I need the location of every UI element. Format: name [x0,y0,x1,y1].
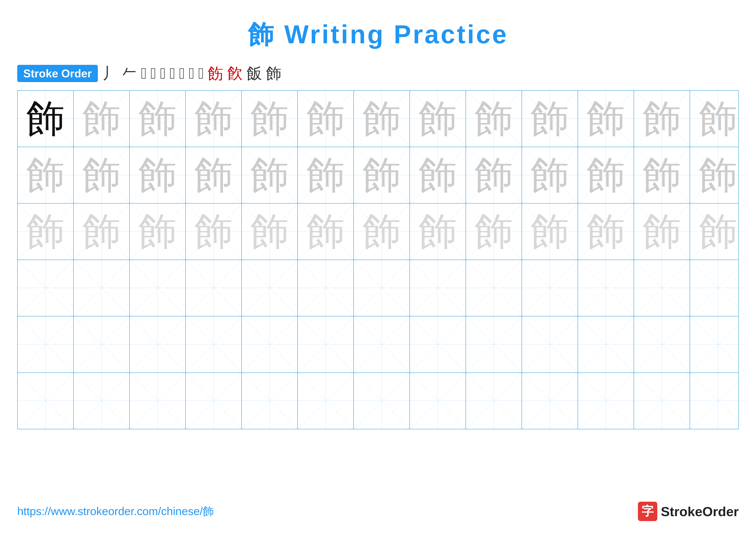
grid-cell-r5c13[interactable] [690,317,746,372]
grid-cell-r5c2[interactable] [74,317,130,372]
grid-cell-r4c9[interactable] [466,260,522,316]
grid-cell-r3c2[interactable]: 飾 [74,204,130,260]
grid-cell-r4c2[interactable] [74,260,130,316]
grid-cell-r3c3[interactable]: 飾 [130,204,186,260]
grid-cell-r2c1[interactable]: 飾 [18,147,74,203]
grid-cell-r6c1[interactable] [18,373,74,429]
grid-cell-r4c5[interactable] [242,260,298,316]
grid-cell-r5c4[interactable] [186,317,242,372]
grid-cell-r2c7[interactable]: 飾 [354,147,410,203]
grid-cell-r3c6[interactable]: 飾 [298,204,354,260]
grid-cell-r1c8[interactable]: 飾 [410,91,466,147]
grid-cell-r3c9[interactable]: 飾 [466,204,522,260]
grid-cell-r2c4[interactable]: 飾 [186,147,242,203]
grid-cell-r5c1[interactable] [18,317,74,372]
grid-cell-r6c12[interactable] [634,373,690,429]
svg-line-154 [690,373,746,429]
grid-cell-r3c10[interactable]: 飾 [522,204,578,260]
grid-cell-r4c11[interactable] [578,260,634,316]
grid-cell-r4c10[interactable] [522,260,578,316]
grid-cell-r1c3[interactable]: 飾 [130,91,186,147]
grid-cell-r1c9[interactable]: 飾 [466,91,522,147]
grid-cell-r3c5[interactable]: 飾 [242,204,298,260]
footer-url[interactable]: https://www.strokeorder.com/chinese/飾 [17,504,214,519]
grid-cell-r5c6[interactable] [298,317,354,372]
grid-cell-r4c6[interactable] [298,260,354,316]
grid-cell-r1c12[interactable]: 飾 [634,91,690,147]
grid-cell-r5c3[interactable] [130,317,186,372]
svg-line-137 [186,373,241,429]
svg-line-131 [18,373,73,429]
grid-cell-r2c12[interactable]: 飾 [634,147,690,203]
svg-line-104 [18,317,73,372]
grid-cell-r1c6[interactable]: 飾 [298,91,354,147]
grid-cell-r6c11[interactable] [578,373,634,429]
grid-cell-r4c7[interactable] [354,260,410,316]
svg-line-152 [634,373,689,429]
grid-cell-r6c6[interactable] [298,373,354,429]
stroke-13: 飾 [266,63,282,84]
grid-cell-r2c10[interactable]: 飾 [522,147,578,203]
svg-line-116 [354,317,410,372]
grid-cell-r6c9[interactable] [466,373,522,429]
grid-cell-r6c3[interactable] [130,373,186,429]
footer-logo: 字 StrokeOrder [638,502,739,521]
grid-cell-r2c8[interactable]: 飾 [410,147,466,203]
char-display-r1c8: 飾 [418,99,457,138]
grid-cell-r6c4[interactable] [186,373,242,429]
char-display: 飾 [362,212,401,251]
grid-cell-r5c8[interactable] [410,317,466,372]
grid-cell-r5c12[interactable] [634,317,690,372]
grid-cell-r6c13[interactable] [690,373,746,429]
grid-cell-r1c7[interactable]: 飾 [354,91,410,147]
char-display-r1c1: 飾 [26,99,65,138]
grid-cell-r3c4[interactable]: 飾 [186,204,242,260]
grid-cell-r2c6[interactable]: 飾 [298,147,354,203]
grid-cell-r4c3[interactable] [130,260,186,316]
stroke-10: 飭 [208,63,223,84]
char-display: 飾 [138,156,177,194]
grid-cell-r3c11[interactable]: 飾 [578,204,634,260]
grid-cell-r4c12[interactable] [634,260,690,316]
grid-cell-r5c9[interactable] [466,317,522,372]
char-display: 飾 [82,212,121,251]
grid-cell-r6c2[interactable] [74,373,130,429]
grid-cell-r6c8[interactable] [410,373,466,429]
grid-cell-r6c10[interactable] [522,373,578,429]
grid-cell-r2c9[interactable]: 飾 [466,147,522,203]
practice-grid[interactable]: 飾 飾 飾 飾 飾 飾 飾 飾 [17,90,739,429]
grid-cell-r3c7[interactable]: 飾 [354,204,410,260]
grid-cell-r4c8[interactable] [410,260,466,316]
grid-cell-r2c5[interactable]: 飾 [242,147,298,203]
grid-cell-r3c1[interactable]: 飾 [18,204,74,260]
svg-line-103 [690,260,746,316]
svg-line-87 [242,260,297,316]
grid-cell-r6c5[interactable] [242,373,298,429]
grid-cell-r1c4[interactable]: 飾 [186,91,242,147]
grid-cell-r3c13[interactable]: 飾 [690,204,746,260]
grid-cell-r5c7[interactable] [354,317,410,372]
grid-cell-r2c3[interactable]: 飾 [130,147,186,203]
grid-cell-r1c2[interactable]: 飾 [74,91,130,147]
grid-cell-r6c7[interactable] [354,373,410,429]
grid-cell-r4c1[interactable] [18,260,74,316]
svg-line-106 [74,317,129,372]
grid-cell-r3c8[interactable]: 飾 [410,204,466,260]
svg-line-147 [466,373,522,429]
grid-cell-r3c12[interactable]: 飾 [634,204,690,260]
grid-cell-r5c11[interactable] [578,317,634,372]
grid-cell-r1c11[interactable]: 飾 [578,91,634,147]
grid-cell-r1c5[interactable]: 飾 [242,91,298,147]
grid-cell-r5c5[interactable] [242,317,298,372]
grid-cell-r5c10[interactable] [522,317,578,372]
grid-cell-r2c13[interactable]: 飾 [690,147,746,203]
svg-line-143 [354,373,410,429]
grid-cell-r2c11[interactable]: 飾 [578,147,634,203]
grid-cell-r1c1[interactable]: 飾 [18,91,74,147]
grid-cell-r4c4[interactable] [186,260,242,316]
grid-cell-r2c2[interactable]: 飾 [74,147,130,203]
grid-cell-r1c13[interactable]: 飾 [690,91,746,147]
grid-cell-r1c10[interactable]: 飾 [522,91,578,147]
svg-line-134 [130,373,185,429]
grid-cell-r4c13[interactable] [690,260,746,316]
